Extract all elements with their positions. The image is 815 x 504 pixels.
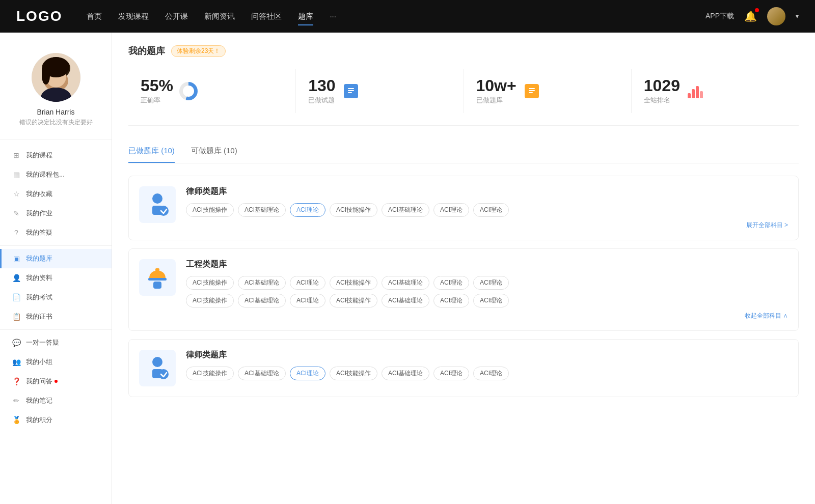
tag-eng-r1-3[interactable]: ACI技能操作 — [330, 276, 377, 290]
tag-lawyer2-6[interactable]: ACI理论 — [473, 367, 509, 380]
stat-banks-done: 10w+ 已做题库 — [464, 69, 632, 113]
tag-eng-r2-0[interactable]: ACI技能操作 — [186, 294, 234, 307]
notes-icon: ✏ — [12, 396, 21, 405]
tag-eng-r2-3[interactable]: ACI技能操作 — [330, 294, 377, 307]
nav-more[interactable]: ··· — [330, 10, 336, 23]
tab-done-banks[interactable]: 已做题库 (10) — [128, 142, 175, 163]
sidebar-item-exams[interactable]: 📄 我的考试 — [0, 288, 112, 307]
tag-eng-r2-1[interactable]: ACI基础理论 — [238, 294, 286, 307]
stat-ranking: 1029 全站排名 — [632, 69, 799, 113]
sidebar-label-notes: 我的笔记 — [26, 396, 52, 405]
tag-eng-r1-0[interactable]: ACI技能操作 — [186, 276, 234, 290]
page-title: 我的题库 — [128, 45, 165, 57]
tag-lawyer1-4[interactable]: ACI基础理论 — [382, 203, 429, 217]
nav-qbank[interactable]: 题库 — [298, 10, 313, 23]
tag-lawyer1-6[interactable]: ACI理论 — [473, 203, 509, 217]
tag-eng-r2-6[interactable]: ACI理论 — [473, 294, 509, 307]
sidebar-item-group[interactable]: 👥 我的小组 — [0, 352, 112, 372]
sidebar-item-one-on-one[interactable]: 💬 一对一答疑 — [0, 333, 112, 352]
tag-lawyer1-1[interactable]: ACI基础理论 — [238, 203, 286, 217]
chevron-down-icon[interactable]: ▾ — [796, 13, 799, 20]
user-avatar[interactable] — [767, 7, 785, 25]
sidebar-menu: ⊞ 我的课程 ▦ 我的课程包... ☆ 我的收藏 ✎ 我的作业 ? 我的答疑 ▣ — [0, 146, 112, 430]
sidebar-item-answers[interactable]: ❓ 我的问答 — [0, 372, 112, 391]
svg-rect-12 — [529, 88, 535, 89]
stat-questions-text: 130 已做试题 — [308, 77, 335, 105]
tag-lawyer2-1[interactable]: ACI基础理论 — [238, 367, 286, 380]
page-wrapper: Brian Harris 错误的决定比没有决定要好 ⊞ 我的课程 ▦ 我的课程包… — [0, 0, 815, 504]
tag-eng-r1-4[interactable]: ACI基础理论 — [382, 276, 429, 290]
collapse-engineer-link[interactable]: 收起全部科目 ∧ — [186, 312, 788, 320]
tag-eng-r2-2[interactable]: ACI理论 — [290, 294, 325, 307]
expand-lawyer-1-link[interactable]: 展开全部科目 > — [186, 221, 788, 230]
notification-bell-icon[interactable]: 🔔 — [744, 10, 757, 22]
stat-banks-text: 10w+ 已做题库 — [476, 77, 517, 105]
ranking-icon — [686, 82, 704, 100]
main-content: 我的题库 体验剩余23天！ 55% 正确率 130 已做试题 — [112, 33, 815, 504]
stat-banks-value: 10w+ — [476, 77, 517, 94]
stat-accuracy-label: 正确率 — [141, 96, 173, 105]
sidebar-item-qa[interactable]: ? 我的答疑 — [0, 223, 112, 242]
sidebar-item-notes[interactable]: ✏ 我的笔记 — [0, 391, 112, 410]
lawyer-icon-wrap-2 — [139, 350, 176, 386]
tag-eng-r2-5[interactable]: ACI理论 — [433, 294, 469, 307]
points-icon: 🏅 — [12, 415, 21, 425]
tab-available-banks[interactable]: 可做题库 (10) — [191, 142, 237, 163]
sidebar-label-homework: 我的作业 — [26, 209, 52, 218]
sidebar-item-homework[interactable]: ✎ 我的作业 — [0, 204, 112, 223]
tag-lawyer1-5[interactable]: ACI理论 — [433, 203, 469, 217]
sidebar-item-my-courses[interactable]: ⊞ 我的课程 — [0, 146, 112, 165]
qbank-engineer-tags-row1: ACI技能操作 ACI基础理论 ACI理论 ACI技能操作 ACI基础理论 AC… — [186, 276, 788, 290]
stat-ranking-value: 1029 — [644, 77, 680, 94]
nav-qa[interactable]: 问答社区 — [251, 10, 282, 23]
qbank-lawyer-2-tags: ACI技能操作 ACI基础理论 ACI理论 ACI技能操作 ACI基础理论 AC… — [186, 367, 788, 380]
stats-row: 55% 正确率 130 已做试题 — [128, 69, 799, 126]
sidebar-label-qa: 我的答疑 — [26, 228, 52, 237]
tag-lawyer1-2[interactable]: ACI理论 — [290, 203, 325, 217]
questions-icon — [342, 82, 360, 100]
qbank-lawyer-1-tags: ACI技能操作 ACI基础理论 ACI理论 ACI技能操作 ACI基础理论 AC… — [186, 203, 788, 217]
stat-banks-label: 已做题库 — [476, 96, 517, 105]
sidebar-label-exams: 我的考试 — [26, 293, 52, 302]
tag-lawyer2-4[interactable]: ACI基础理论 — [382, 367, 429, 380]
sidebar-label-points: 我的积分 — [26, 415, 52, 425]
course-packs-icon: ▦ — [12, 170, 21, 179]
tag-eng-r2-4[interactable]: ACI基础理论 — [382, 294, 429, 307]
tag-eng-r1-6[interactable]: ACI理论 — [473, 276, 509, 290]
tag-eng-r1-1[interactable]: ACI基础理论 — [238, 276, 286, 290]
sidebar-item-profile-data[interactable]: 👤 我的资料 — [0, 268, 112, 288]
tag-lawyer1-0[interactable]: ACI技能操作 — [186, 203, 234, 217]
note-orange-icon — [525, 84, 539, 98]
svg-point-21 — [152, 357, 162, 367]
sidebar-label-group: 我的小组 — [26, 357, 52, 367]
nav-home[interactable]: 首页 — [87, 10, 102, 23]
app-download-button[interactable]: APP下载 — [705, 12, 734, 21]
profile-name: Brian Harris — [37, 108, 75, 116]
lawyer-icon-wrap-1 — [139, 186, 176, 223]
qbank-icon: ▣ — [12, 254, 21, 263]
nav-opencourse[interactable]: 公开课 — [165, 10, 188, 23]
qbank-lawyer-1-content: 律师类题库 ACI技能操作 ACI基础理论 ACI理论 ACI技能操作 ACI基… — [186, 186, 788, 230]
profile-motto: 错误的决定比没有决定要好 — [11, 118, 101, 127]
qbank-engineer-content: 工程类题库 ACI技能操作 ACI基础理论 ACI理论 ACI技能操作 ACI基… — [186, 259, 788, 320]
sidebar-item-favorites[interactable]: ☆ 我的收藏 — [0, 184, 112, 204]
qbank-tabs: 已做题库 (10) 可做题库 (10) — [128, 142, 799, 163]
nav-discover[interactable]: 发现课程 — [118, 10, 149, 23]
nav-news[interactable]: 新闻资讯 — [204, 10, 235, 23]
bar-3 — [696, 86, 699, 98]
tag-lawyer2-5[interactable]: ACI理论 — [433, 367, 469, 380]
tag-lawyer2-2[interactable]: ACI理论 — [290, 367, 325, 380]
tag-eng-r1-2[interactable]: ACI理论 — [290, 276, 325, 290]
tag-eng-r1-5[interactable]: ACI理论 — [433, 276, 469, 290]
sidebar-label-answers: 我的问答 — [26, 377, 52, 386]
sidebar-divider-1 — [0, 245, 112, 246]
sidebar-item-course-packs[interactable]: ▦ 我的课程包... — [0, 165, 112, 184]
sidebar-item-qbank[interactable]: ▣ 我的题库 — [0, 249, 112, 268]
tag-lawyer2-3[interactable]: ACI技能操作 — [330, 367, 377, 380]
sidebar-item-certs[interactable]: 📋 我的证书 — [0, 307, 112, 326]
tag-lawyer1-3[interactable]: ACI技能操作 — [330, 203, 377, 217]
sidebar-item-points[interactable]: 🏅 我的积分 — [0, 410, 112, 430]
tag-lawyer2-0[interactable]: ACI技能操作 — [186, 367, 234, 380]
topnav-right: APP下载 🔔 ▾ — [705, 7, 799, 25]
qbank-engineer-tags-row2: ACI技能操作 ACI基础理论 ACI理论 ACI技能操作 ACI基础理论 AC… — [186, 294, 788, 307]
